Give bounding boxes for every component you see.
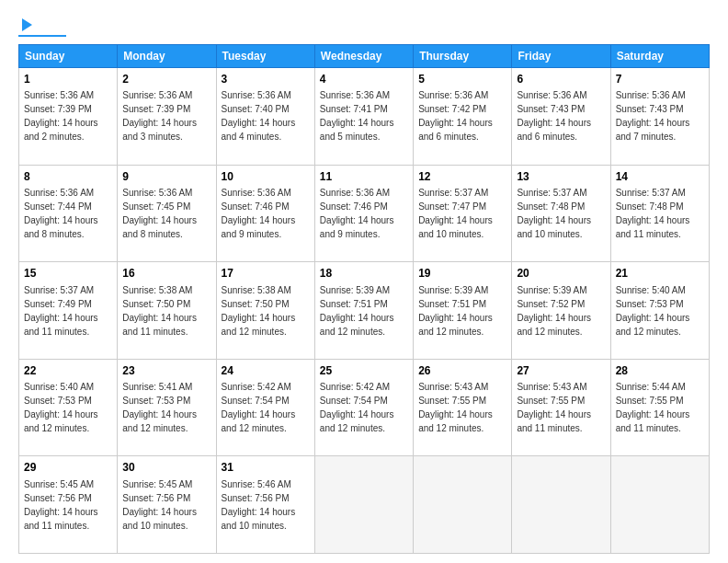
sunset-label: Sunset: 7:50 PM	[222, 299, 290, 309]
sunset-label: Sunset: 7:44 PM	[24, 201, 92, 212]
day-cell: 5 Sunrise: 5:36 AM Sunset: 7:42 PM Dayli…	[414, 68, 512, 166]
day-cell: 2 Sunrise: 5:36 AM Sunset: 7:39 PM Dayli…	[118, 68, 216, 166]
day-cell: 9 Sunrise: 5:36 AM Sunset: 7:45 PM Dayli…	[118, 165, 216, 262]
day-info: Sunrise: 5:36 AM Sunset: 7:46 PM Dayligh…	[222, 186, 310, 241]
day-cell: 15 Sunrise: 5:37 AM Sunset: 7:49 PM Dayl…	[19, 262, 118, 360]
sunrise-label: Sunrise: 5:43 AM	[418, 382, 488, 392]
daylight-minutes: and 6 minutes.	[418, 132, 479, 142]
sunrise-label: Sunrise: 5:37 AM	[616, 188, 686, 198]
week-row-1: 1 Sunrise: 5:36 AM Sunset: 7:39 PM Dayli…	[19, 68, 710, 166]
sunrise-label: Sunrise: 5:36 AM	[122, 90, 192, 100]
sunset-label: Sunset: 7:55 PM	[418, 396, 486, 406]
daylight-label: Daylight: 14 hours	[418, 118, 493, 128]
day-info: Sunrise: 5:43 AM Sunset: 7:55 PM Dayligh…	[517, 380, 605, 435]
sunrise-label: Sunrise: 5:46 AM	[222, 479, 291, 489]
day-cell: 21 Sunrise: 5:40 AM Sunset: 7:53 PM Dayl…	[610, 262, 709, 360]
sunrise-label: Sunrise: 5:40 AM	[24, 382, 94, 392]
sunset-label: Sunset: 7:56 PM	[222, 493, 290, 503]
logo	[18, 18, 66, 37]
daylight-label: Daylight: 14 hours	[24, 118, 98, 128]
daylight-label: Daylight: 14 hours	[517, 215, 591, 225]
daylight-minutes: and 12 minutes.	[222, 423, 287, 433]
day-cell: 10 Sunrise: 5:36 AM Sunset: 7:46 PM Dayl…	[216, 165, 314, 262]
daylight-label: Daylight: 14 hours	[24, 313, 98, 323]
daylight-minutes: and 11 minutes.	[616, 423, 681, 433]
daylight-label: Daylight: 14 hours	[320, 118, 394, 128]
page: SundayMondayTuesdayWednesdayThursdayFrid…	[0, 0, 728, 563]
day-info: Sunrise: 5:46 AM Sunset: 7:56 PM Dayligh…	[222, 477, 310, 533]
day-cell: 24 Sunrise: 5:42 AM Sunset: 7:54 PM Dayl…	[216, 359, 314, 456]
dow-tuesday: Tuesday	[216, 45, 314, 68]
day-info: Sunrise: 5:36 AM Sunset: 7:40 PM Dayligh…	[222, 88, 310, 144]
day-number: 1	[24, 72, 112, 87]
week-row-3: 15 Sunrise: 5:37 AM Sunset: 7:49 PM Dayl…	[19, 262, 710, 360]
day-info: Sunrise: 5:37 AM Sunset: 7:48 PM Dayligh…	[517, 186, 605, 241]
sunrise-label: Sunrise: 5:37 AM	[517, 188, 586, 198]
sunrise-label: Sunrise: 5:36 AM	[24, 188, 94, 198]
sunrise-label: Sunrise: 5:38 AM	[122, 285, 192, 295]
day-cell: 30 Sunrise: 5:45 AM Sunset: 7:56 PM Dayl…	[118, 456, 216, 554]
daylight-label: Daylight: 14 hours	[122, 215, 197, 225]
day-number: 6	[517, 72, 605, 87]
day-number: 28	[616, 363, 704, 379]
day-number: 23	[122, 363, 210, 379]
sunrise-label: Sunrise: 5:37 AM	[418, 188, 488, 198]
daylight-minutes: and 9 minutes.	[320, 229, 381, 239]
day-info: Sunrise: 5:36 AM Sunset: 7:43 PM Dayligh…	[517, 88, 605, 144]
logo-arrow-icon	[22, 18, 32, 31]
day-cell: 1 Sunrise: 5:36 AM Sunset: 7:39 PM Dayli…	[19, 68, 118, 166]
sunset-label: Sunset: 7:53 PM	[24, 396, 92, 406]
day-info: Sunrise: 5:37 AM Sunset: 7:47 PM Dayligh…	[418, 186, 506, 241]
day-number: 15	[24, 266, 112, 282]
day-info: Sunrise: 5:38 AM Sunset: 7:50 PM Dayligh…	[122, 283, 210, 339]
daylight-label: Daylight: 14 hours	[517, 118, 591, 128]
calendar-table: SundayMondayTuesdayWednesdayThursdayFrid…	[18, 44, 710, 554]
daylight-label: Daylight: 14 hours	[517, 409, 591, 419]
day-info: Sunrise: 5:38 AM Sunset: 7:50 PM Dayligh…	[222, 283, 310, 339]
day-cell: 18 Sunrise: 5:39 AM Sunset: 7:51 PM Dayl…	[314, 262, 413, 360]
day-info: Sunrise: 5:36 AM Sunset: 7:45 PM Dayligh…	[122, 186, 210, 241]
day-number: 16	[122, 266, 210, 282]
daylight-label: Daylight: 14 hours	[616, 409, 690, 419]
day-number: 13	[517, 169, 605, 185]
day-number: 5	[418, 72, 506, 87]
daylight-minutes: and 3 minutes.	[122, 132, 183, 142]
dow-thursday: Thursday	[414, 45, 512, 68]
daylight-label: Daylight: 14 hours	[222, 409, 296, 419]
daylight-label: Daylight: 14 hours	[418, 409, 493, 419]
daylight-minutes: and 8 minutes.	[122, 229, 183, 239]
sunset-label: Sunset: 7:39 PM	[122, 104, 190, 114]
day-cell: 28 Sunrise: 5:44 AM Sunset: 7:55 PM Dayl…	[610, 359, 709, 456]
sunrise-label: Sunrise: 5:36 AM	[222, 188, 291, 198]
daylight-label: Daylight: 14 hours	[418, 215, 493, 225]
day-cell: 19 Sunrise: 5:39 AM Sunset: 7:51 PM Dayl…	[414, 262, 512, 360]
daylight-minutes: and 10 minutes.	[517, 229, 582, 239]
dow-monday: Monday	[118, 45, 216, 68]
sunrise-label: Sunrise: 5:36 AM	[24, 90, 94, 100]
sunrise-label: Sunrise: 5:44 AM	[616, 382, 686, 392]
sunset-label: Sunset: 7:52 PM	[517, 299, 585, 309]
daylight-minutes: and 12 minutes.	[517, 327, 582, 337]
daylight-minutes: and 12 minutes.	[122, 423, 188, 433]
day-info: Sunrise: 5:36 AM Sunset: 7:42 PM Dayligh…	[418, 88, 506, 144]
day-info: Sunrise: 5:45 AM Sunset: 7:56 PM Dayligh…	[122, 477, 210, 533]
sunset-label: Sunset: 7:46 PM	[320, 201, 388, 212]
day-info: Sunrise: 5:36 AM Sunset: 7:43 PM Dayligh…	[616, 88, 704, 144]
day-info: Sunrise: 5:36 AM Sunset: 7:44 PM Dayligh…	[24, 186, 112, 241]
week-row-4: 22 Sunrise: 5:40 AM Sunset: 7:53 PM Dayl…	[19, 359, 710, 456]
daylight-label: Daylight: 14 hours	[418, 313, 493, 323]
dow-wednesday: Wednesday	[314, 45, 413, 68]
daylight-label: Daylight: 14 hours	[122, 118, 197, 128]
sunrise-label: Sunrise: 5:43 AM	[517, 382, 586, 392]
daylight-label: Daylight: 14 hours	[122, 313, 197, 323]
sunrise-label: Sunrise: 5:36 AM	[222, 90, 291, 100]
sunset-label: Sunset: 7:54 PM	[222, 396, 290, 406]
daylight-minutes: and 10 minutes.	[418, 229, 483, 239]
sunset-label: Sunset: 7:43 PM	[616, 104, 684, 114]
dow-friday: Friday	[512, 45, 610, 68]
day-cell: 26 Sunrise: 5:43 AM Sunset: 7:55 PM Dayl…	[414, 359, 512, 456]
day-number: 27	[517, 363, 605, 379]
day-number: 2	[122, 72, 210, 87]
daylight-minutes: and 9 minutes.	[222, 229, 282, 239]
daylight-minutes: and 5 minutes.	[320, 132, 381, 142]
